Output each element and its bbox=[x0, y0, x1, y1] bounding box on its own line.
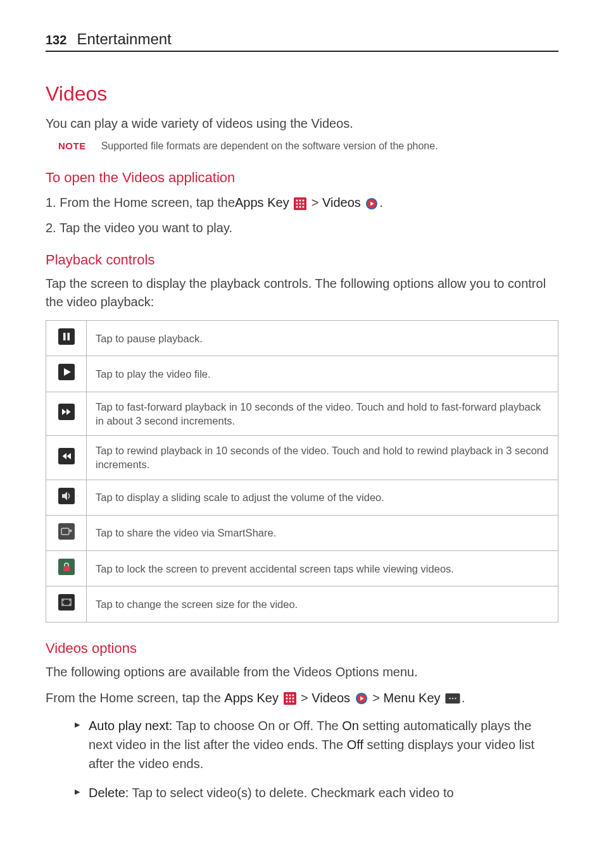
note: NOTE Supported file formats are dependen… bbox=[58, 140, 558, 152]
apps-key-label: Apps Key bbox=[235, 195, 289, 209]
options-period: . bbox=[462, 691, 465, 705]
table-row: Tap to rewind playback in 10 seconds of … bbox=[46, 436, 558, 480]
volume-icon bbox=[46, 480, 87, 515]
open-step-2: 2. Tap the video you want to play. bbox=[46, 218, 558, 238]
videos-label: Videos bbox=[322, 195, 361, 209]
apps-key-label-2: Apps Key bbox=[224, 691, 279, 705]
lock-desc: Tap to lock the screen to prevent accide… bbox=[87, 551, 558, 586]
playback-intro: Tap the screen to display the playback c… bbox=[46, 275, 558, 311]
section-title: Entertainment bbox=[77, 30, 171, 48]
play-desc: Tap to play the video file. bbox=[87, 356, 558, 392]
rw-icon bbox=[46, 436, 87, 480]
screensize-desc: Tap to change the screen size for the vi… bbox=[87, 586, 558, 622]
step-1-prefix: 1. From the Home screen, tap the bbox=[46, 192, 235, 213]
menu-key-label: Menu Key bbox=[383, 691, 440, 705]
table-row: Tap to play the video file. bbox=[46, 356, 558, 392]
options-path-prefix: From the Home screen, tap the bbox=[46, 691, 224, 705]
videos-label-2: Videos bbox=[311, 691, 350, 705]
table-row: Tap to lock the screen to prevent accide… bbox=[46, 551, 558, 586]
ff-icon bbox=[46, 392, 87, 436]
intro-text: You can play a wide variety of videos us… bbox=[46, 115, 558, 133]
list-item: Delete: Tap to select video(s) to delete… bbox=[75, 783, 558, 802]
bullet-1-on: On bbox=[342, 719, 359, 733]
step-1-gt: > bbox=[308, 195, 322, 209]
smartshare-desc: Tap to share the video via SmartShare. bbox=[87, 515, 558, 550]
table-row: Tap to pause playback. bbox=[46, 321, 558, 356]
note-text: Supported file formats are dependent on … bbox=[101, 140, 438, 152]
menu-key-icon bbox=[445, 693, 460, 704]
page-number: 132 bbox=[46, 33, 66, 47]
table-row: Tap to display a sliding scale to adjust… bbox=[46, 480, 558, 515]
bullet-1-off: Off bbox=[347, 738, 363, 752]
apps-key-icon bbox=[294, 197, 306, 210]
options-path: From the Home screen, tap the Apps Key >… bbox=[46, 689, 558, 707]
open-steps: 1. From the Home screen, tap the Apps Ke… bbox=[46, 192, 558, 238]
playback-heading: Playback controls bbox=[46, 252, 558, 268]
options-gt1: > bbox=[298, 691, 312, 705]
rw-desc: Tap to rewind playback in 10 seconds of … bbox=[87, 436, 558, 480]
bullet-2-text: Tap to select video(s) to delete. Checkm… bbox=[129, 786, 453, 800]
videos-icon bbox=[355, 692, 368, 705]
bullet-1-text-a: Tap to choose On or Off. The bbox=[172, 719, 342, 733]
open-heading: To open the Videos application bbox=[46, 170, 558, 186]
videos-icon bbox=[365, 197, 378, 210]
bullet-2-label: Delete: bbox=[89, 786, 129, 800]
options-intro: The following options are available from… bbox=[46, 663, 558, 681]
smartshare-icon bbox=[46, 515, 87, 550]
page-header: 132 Entertainment bbox=[46, 30, 558, 52]
options-gt2: > bbox=[369, 691, 384, 705]
apps-key-icon bbox=[284, 692, 296, 705]
volume-desc: Tap to display a sliding scale to adjust… bbox=[87, 480, 558, 515]
table-row: Tap to change the screen size for the vi… bbox=[46, 586, 558, 622]
options-heading: Videos options bbox=[46, 640, 558, 657]
lock-icon bbox=[46, 551, 87, 586]
pause-desc: Tap to pause playback. bbox=[87, 321, 558, 356]
page-title: Videos bbox=[46, 82, 558, 106]
playback-table: Tap to pause playback. Tap to play the v… bbox=[46, 320, 558, 623]
bullet-1-label: Auto play next: bbox=[89, 719, 172, 733]
table-row: Tap to share the video via SmartShare. bbox=[46, 515, 558, 550]
play-icon bbox=[46, 356, 87, 392]
ff-desc: Tap to fast-forward playback in 10 secon… bbox=[87, 392, 558, 436]
list-item: Auto play next: Tap to choose On or Off.… bbox=[75, 716, 558, 773]
note-label: NOTE bbox=[58, 140, 86, 151]
page: 132 Entertainment Videos You can play a … bbox=[0, 0, 604, 850]
step-1-period: . bbox=[379, 195, 383, 209]
screensize-icon bbox=[46, 586, 87, 622]
pause-icon bbox=[46, 321, 87, 356]
table-row: Tap to fast-forward playback in 10 secon… bbox=[46, 392, 558, 436]
open-step-1: 1. From the Home screen, tap the Apps Ke… bbox=[46, 192, 558, 213]
options-list: Auto play next: Tap to choose On or Off.… bbox=[75, 716, 558, 802]
